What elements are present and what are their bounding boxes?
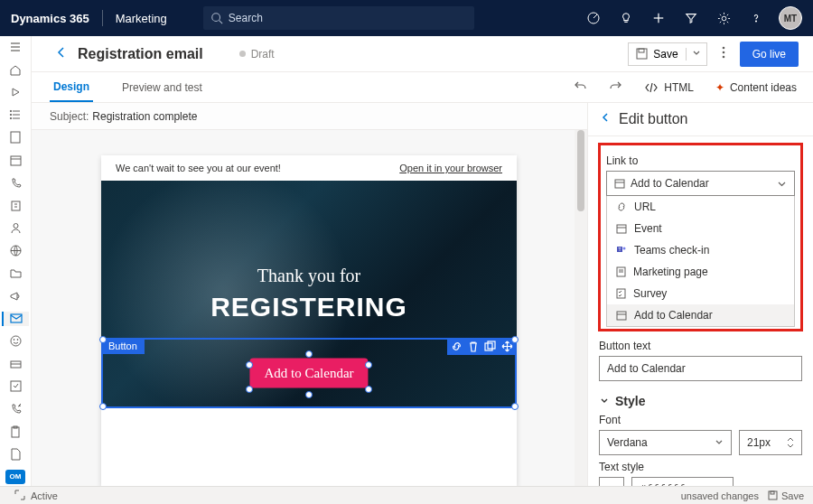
tab-html[interactable]: HTML <box>644 81 694 94</box>
move-icon[interactable] <box>501 341 513 352</box>
mail-icon[interactable] <box>2 312 29 326</box>
filter-icon[interactable] <box>678 5 705 32</box>
style-section-header[interactable]: Style <box>599 394 802 408</box>
home-icon[interactable] <box>2 62 29 77</box>
header-actions: Save Go live <box>628 42 799 67</box>
list-icon[interactable] <box>2 107 29 122</box>
tab-content-ideas[interactable]: ✦Content ideas <box>715 81 797 94</box>
status-save-button[interactable]: Save <box>768 490 804 501</box>
panel-body: Link to Add to Calendar URL Event TTeams… <box>588 136 813 486</box>
subject-row[interactable]: Subject: Registration complete <box>32 103 587 130</box>
call-icon[interactable] <box>2 402 29 416</box>
preheader-row: We can't wait to see you at our event! O… <box>101 155 517 181</box>
go-live-button[interactable]: Go live <box>740 42 799 67</box>
megaphone-icon[interactable] <box>2 289 29 303</box>
option-marketing-page[interactable]: Marketing page <box>607 261 794 283</box>
page-icon[interactable] <box>2 130 29 145</box>
trash-icon[interactable] <box>468 341 479 352</box>
font-size-input[interactable]: 21px <box>739 430 802 455</box>
resize-handle[interactable] <box>511 336 519 343</box>
save-split[interactable] <box>686 48 701 61</box>
canvas-area[interactable]: We can't wait to see you at our event! O… <box>32 130 587 486</box>
help-icon[interactable] <box>743 5 770 32</box>
calendar-icon[interactable] <box>2 153 29 167</box>
button-text-label: Button text <box>599 340 802 352</box>
link-icon <box>616 201 627 212</box>
undo-icon[interactable] <box>574 79 587 96</box>
resize-handle[interactable] <box>511 403 519 410</box>
redo-icon[interactable] <box>609 79 622 96</box>
cta-button[interactable]: Add to Calendar <box>249 359 368 388</box>
expand-icon[interactable] <box>14 490 25 502</box>
selection-toolbar <box>447 338 517 355</box>
task-icon[interactable] <box>2 379 29 394</box>
tab-preview[interactable]: Preview and test <box>118 72 206 102</box>
person-icon[interactable] <box>2 220 29 235</box>
emoji-icon[interactable] <box>2 334 29 349</box>
option-url[interactable]: URL <box>607 196 794 218</box>
link-icon[interactable] <box>451 341 463 352</box>
menu-icon[interactable] <box>2 40 29 54</box>
plus-icon[interactable] <box>645 5 672 32</box>
svg-line-1 <box>219 21 222 24</box>
color-swatch[interactable] <box>599 477 624 486</box>
font-label: Font <box>599 414 802 426</box>
user-avatar[interactable]: MT <box>779 6 802 30</box>
app-area[interactable]: Marketing <box>116 12 167 25</box>
resize-handle[interactable] <box>365 386 372 393</box>
font-select[interactable]: Verdana <box>599 430 732 455</box>
link-to-section: Link to Add to Calendar URL Event TTeams… <box>599 144 802 331</box>
button-text-input[interactable]: Add to Calendar <box>599 356 802 381</box>
tab-design[interactable]: Design <box>50 72 93 102</box>
gear-icon[interactable] <box>710 5 737 32</box>
site-rail: OM <box>0 36 32 486</box>
play-icon[interactable] <box>2 85 29 99</box>
color-hex-input[interactable]: #ffffff <box>631 477 734 486</box>
area-switcher[interactable]: OM <box>5 470 25 484</box>
svg-point-27 <box>14 340 14 341</box>
svg-point-0 <box>212 14 220 22</box>
status-active: Active <box>31 490 58 501</box>
segment-icon[interactable] <box>2 357 29 371</box>
save-button[interactable]: Save <box>628 42 706 66</box>
duplicate-icon[interactable] <box>484 341 496 352</box>
svg-point-47 <box>623 247 626 250</box>
svg-rect-54 <box>769 491 777 499</box>
target-icon[interactable] <box>580 5 607 32</box>
resize-handle[interactable] <box>365 361 372 369</box>
back-icon[interactable] <box>54 45 69 62</box>
folder-icon[interactable] <box>2 266 29 280</box>
resize-handle[interactable] <box>305 350 313 358</box>
canvas-scrollbar[interactable] <box>575 130 587 486</box>
clipboard-icon[interactable] <box>2 425 29 439</box>
brand-name[interactable]: Dynamics 365 <box>11 12 89 25</box>
lightbulb-icon[interactable] <box>612 5 640 32</box>
svg-text:T: T <box>618 247 621 252</box>
option-survey[interactable]: Survey <box>607 283 794 304</box>
status-dot <box>239 51 246 57</box>
option-teams[interactable]: TTeams check-in <box>607 239 794 261</box>
resize-handle[interactable] <box>305 391 313 398</box>
building-icon[interactable] <box>2 198 29 212</box>
document-icon[interactable] <box>2 447 29 462</box>
global-search[interactable]: Search <box>203 6 474 30</box>
save-icon <box>636 48 648 60</box>
panel-back-icon[interactable] <box>599 111 612 127</box>
resize-handle[interactable] <box>246 386 253 393</box>
open-in-browser-link[interactable]: Open it in your browser <box>399 163 502 173</box>
resize-handle[interactable] <box>99 336 107 343</box>
link-to-select[interactable]: Add to Calendar <box>606 171 795 196</box>
more-icon[interactable] <box>716 46 731 61</box>
globe-icon[interactable] <box>2 243 29 257</box>
phone-icon[interactable] <box>2 175 29 190</box>
global-command-icons: MT <box>580 5 802 32</box>
svg-rect-35 <box>639 49 644 52</box>
scrollbar-thumb[interactable] <box>577 130 584 211</box>
svg-rect-20 <box>12 201 20 210</box>
svg-point-15 <box>10 114 11 115</box>
resize-handle[interactable] <box>99 403 107 410</box>
svg-rect-43 <box>617 225 626 233</box>
hero-block[interactable]: Thank you for REGISTERING Button Add to … <box>101 181 517 406</box>
option-event[interactable]: Event <box>607 218 794 239</box>
option-add-to-calendar[interactable]: Add to Calendar <box>607 304 794 326</box>
